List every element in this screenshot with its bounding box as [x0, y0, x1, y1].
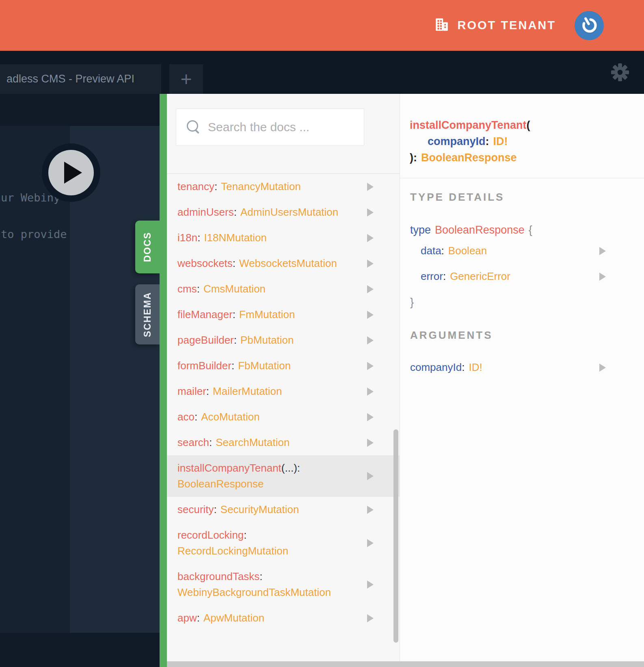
docs-field-row-fileManager[interactable]: fileManager:FmMutation: [167, 302, 400, 327]
horizontal-scrollbar[interactable]: [167, 661, 644, 667]
field-detail-body: TYPE DETAILS typeBooleanResponse{ data:B…: [400, 178, 644, 380]
arguments-heading: ARGUMENTS: [410, 327, 644, 343]
expand-arrow-icon: [367, 234, 374, 242]
expand-arrow-icon: [367, 506, 374, 514]
new-tab-button[interactable]: +: [169, 64, 203, 94]
type-declaration: typeBooleanResponse{: [410, 222, 644, 238]
expand-arrow-icon: [367, 362, 374, 370]
vertical-scrollbar[interactable]: [393, 429, 398, 643]
docs-field-row-security[interactable]: security:SecurityMutation: [167, 497, 400, 522]
play-icon: [48, 150, 94, 195]
type-field-row-error[interactable]: error:GenericError: [410, 264, 644, 289]
docs-field-row-i18n[interactable]: i18n:I18NMutation: [167, 225, 400, 251]
expand-arrow-icon: [367, 311, 374, 319]
expand-arrow-icon: [599, 247, 606, 255]
gear-icon[interactable]: [611, 63, 629, 82]
expand-arrow-icon: [367, 388, 374, 396]
avatar[interactable]: [575, 11, 604, 40]
docs-panel: tenancy:TenancyMutation adminUsers:Admin…: [167, 94, 400, 667]
docs-field-row-adminUsers[interactable]: adminUsers:AdminUsersMutation: [167, 199, 400, 225]
tenant-label: ROOT TENANT: [458, 19, 556, 32]
power-icon: [580, 16, 598, 35]
docs-field-row-mailer[interactable]: mailer:MailerMutation: [167, 379, 400, 404]
docs-field-row-search[interactable]: search:SearchMutation: [167, 430, 400, 455]
type-field-row-data[interactable]: data:Boolean: [410, 238, 644, 264]
docs-field-row-pageBuilder[interactable]: pageBuilder:PbMutation: [167, 327, 400, 353]
docs-field-row-aco[interactable]: aco:AcoMutation: [167, 404, 400, 430]
building-icon: [434, 17, 450, 34]
expand-arrow-icon: [367, 614, 374, 622]
tenant-selector[interactable]: ROOT TENANT: [434, 17, 556, 34]
expand-arrow-icon: [367, 260, 374, 268]
expand-arrow-icon: [367, 285, 374, 293]
search-input[interactable]: [208, 120, 365, 134]
type-details-heading: TYPE DETAILS: [410, 189, 644, 205]
docs-field-row-backgroundTasks[interactable]: backgroundTasks:WebinyBackgroundTaskMuta…: [167, 564, 400, 605]
docs-search-box[interactable]: [176, 108, 364, 146]
docs-field-list: tenancy:TenancyMutation adminUsers:Admin…: [167, 173, 400, 631]
tab-docs[interactable]: DOCS: [135, 221, 160, 273]
tab-schema[interactable]: SCHEMA: [135, 284, 160, 344]
app-screen: ROOT TENANT adless CMS - Preview API +: [0, 0, 644, 667]
expand-arrow-icon: [367, 472, 374, 480]
expand-arrow-icon: [367, 413, 374, 421]
tab-bar: adless CMS - Preview API +: [0, 51, 644, 94]
expand-arrow-icon: [367, 580, 374, 589]
expand-arrow-icon: [367, 336, 374, 344]
editor-comment-line: to provide: [1, 228, 67, 240]
signature-line-3: ):BooleanResponse: [410, 149, 644, 166]
docs-panel-accent-strip: [160, 94, 167, 667]
session-tab-title: adless CMS - Preview API: [6, 73, 134, 85]
field-signature: installCompanyTenant( companyId:ID! ):Bo…: [400, 94, 644, 178]
argument-row-companyId[interactable]: companyId:ID!: [410, 355, 644, 380]
expand-arrow-icon: [367, 183, 374, 191]
expand-arrow-icon: [367, 208, 374, 217]
plus-icon: +: [180, 69, 192, 89]
query-editor-area[interactable]: ur Webiny to provide: [0, 94, 160, 667]
expand-arrow-icon: [599, 273, 606, 281]
docs-field-row-apw[interactable]: apw:ApwMutation: [167, 605, 400, 631]
session-tab[interactable]: adless CMS - Preview API: [0, 64, 161, 94]
docs-field-row-recordLocking[interactable]: recordLocking:RecordLockingMutation: [167, 522, 400, 564]
signature-line-2: companyId:ID!: [410, 133, 644, 149]
docs-field-row-installCompanyTenant[interactable]: installCompanyTenant(...):BooleanRespons…: [167, 455, 400, 497]
execute-query-button[interactable]: [42, 143, 100, 202]
docs-field-row-websockets[interactable]: websockets:WebsocketsMutation: [167, 251, 400, 276]
docs-field-row-tenancy[interactable]: tenancy:TenancyMutation: [167, 174, 400, 199]
expand-arrow-icon: [367, 439, 374, 447]
type-close-brace: }: [410, 294, 644, 310]
docs-field-row-cms[interactable]: cms:CmsMutation: [167, 276, 400, 302]
signature-line-1: installCompanyTenant(: [410, 117, 644, 133]
docs-search-area: [167, 94, 400, 173]
search-icon: [187, 120, 201, 134]
field-detail-panel: installCompanyTenant( companyId:ID! ):Bo…: [400, 94, 644, 667]
top-bar: ROOT TENANT: [0, 0, 644, 51]
expand-arrow-icon: [367, 539, 374, 547]
editor-secondary-pane: [70, 126, 160, 633]
expand-arrow-icon: [599, 364, 606, 372]
docs-field-row-formBuilder[interactable]: formBuilder:FbMutation: [167, 353, 400, 379]
